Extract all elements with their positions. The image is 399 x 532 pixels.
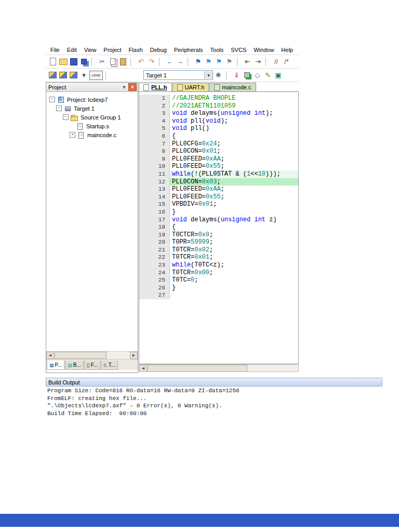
code-line[interactable]: 11while(!(PLL0STAT & (1<<10)));: [139, 170, 298, 178]
redo-icon[interactable]: ↷: [147, 57, 156, 66]
menu-project[interactable]: Project: [100, 46, 125, 54]
target-select[interactable]: Target 1▾: [143, 70, 213, 80]
project-tab[interactable]: ▦P...: [47, 361, 64, 370]
tree-item-source-group-1[interactable]: −Source Group 1: [46, 113, 138, 122]
code-line[interactable]: 7PLL0CFG=0x24;: [139, 140, 298, 148]
tab-maincode-c[interactable]: maincode.c: [209, 83, 256, 92]
rebuild-all-icon[interactable]: [69, 70, 78, 80]
chevron-down-icon[interactable]: ▾: [204, 71, 212, 79]
menu-file[interactable]: File: [47, 46, 63, 54]
tree-item-target-1[interactable]: −Target 1: [46, 104, 138, 113]
load-application-icon[interactable]: LOAD: [89, 71, 103, 80]
build-output-header[interactable]: Build Output: [46, 378, 382, 387]
templates-tab[interactable]: 0,T...: [101, 361, 118, 370]
comment-icon[interactable]: //: [271, 57, 281, 66]
indent-icon[interactable]: ⇥: [253, 57, 263, 66]
editor-hscrollbar[interactable]: ◀: [139, 364, 299, 372]
menu-flash[interactable]: Flash: [125, 46, 147, 54]
code-line[interactable]: 4void pll(void);: [139, 117, 298, 125]
pin-icon[interactable]: ▼: [121, 84, 128, 90]
menu-peripherals[interactable]: Peripherals: [170, 46, 207, 54]
code-editor[interactable]: 1//GAJENDRA BHOPLE2//2021AETN11010593voi…: [139, 91, 299, 364]
manage-rte-icon[interactable]: [242, 70, 252, 80]
code-line[interactable]: 25T0TC=0;: [139, 276, 298, 284]
code-line[interactable]: 20T0PR=59999;: [139, 238, 298, 246]
collapse-icon[interactable]: −: [63, 114, 69, 120]
code-line[interactable]: 16}: [139, 208, 298, 216]
code-line[interactable]: 5void pll(): [139, 125, 298, 132]
project-panel-hscrollbar[interactable]: ◀ ▶: [46, 351, 138, 359]
code-line[interactable]: 23while(T0TC<z);: [139, 261, 298, 269]
target-options-icon[interactable]: ✱: [214, 70, 223, 80]
menu-debug[interactable]: Debug: [147, 46, 170, 54]
tab-uart-h[interactable]: UART.h: [172, 83, 209, 92]
menu-help[interactable]: Help: [277, 46, 297, 54]
code-line[interactable]: 6{: [139, 132, 298, 140]
scroll-left-icon[interactable]: ◀: [139, 365, 147, 372]
code-line[interactable]: 8PLL0CON=0x01;: [139, 148, 298, 155]
menu-window[interactable]: Window: [250, 46, 277, 54]
manage-project-items-icon[interactable]: ◇: [252, 70, 262, 80]
scroll-left-icon[interactable]: ◀: [46, 352, 54, 359]
bookmark-next-icon[interactable]: ⚑: [214, 57, 224, 66]
menu-edit[interactable]: Edit: [63, 46, 81, 54]
code-line[interactable]: 9PLL0FEED=0xAA;: [139, 155, 298, 163]
collapse-icon[interactable]: −: [49, 97, 55, 102]
target-select-value: Target 1: [144, 72, 204, 78]
tree-item-project[interactable]: −Project: lcdexp7: [46, 95, 138, 104]
open-file-icon[interactable]: [58, 57, 68, 66]
code-line[interactable]: 19T0CTCR=0x0;: [139, 231, 298, 239]
scroll-right-icon[interactable]: ▶: [130, 352, 138, 359]
code-line[interactable]: 10PLL0FEED=0x55;: [139, 163, 298, 170]
paste-icon[interactable]: [118, 57, 128, 66]
code-line[interactable]: 3void delayms(unsigned int);: [139, 110, 298, 117]
code-line[interactable]: 2//2021AETN1101059: [139, 102, 298, 110]
code-line[interactable]: 24T0TCR=0x00;: [139, 269, 298, 277]
navigate-back-icon[interactable]: ←: [165, 57, 175, 66]
code-line[interactable]: 12PLL0CON=0x03;: [139, 178, 298, 186]
copy-icon[interactable]: [108, 57, 117, 66]
collapse-icon[interactable]: −: [56, 105, 62, 111]
scroll-thumb[interactable]: [55, 352, 107, 359]
build-target-icon[interactable]: [58, 70, 68, 80]
code-line[interactable]: 27: [139, 291, 298, 299]
code-line[interactable]: 1//GAJENDRA BHOPLE: [139, 95, 298, 102]
code-text: while(T0TC<z);: [170, 261, 298, 269]
tab-pll-h[interactable]: PLL.h: [139, 83, 172, 92]
undo-icon[interactable]: ↶: [136, 57, 146, 66]
save-all-icon[interactable]: [79, 57, 89, 66]
bookmark-clear-icon[interactable]: ⚑: [224, 57, 234, 66]
cut-icon[interactable]: ✂: [97, 57, 107, 66]
close-icon[interactable]: ×: [128, 83, 137, 91]
expand-icon[interactable]: +: [70, 132, 75, 138]
code-line[interactable]: 14PLL0FEED=0x55;: [139, 193, 298, 201]
outdent-icon[interactable]: ⇤: [243, 57, 252, 66]
code-line[interactable]: 22T0TCR=0x01;: [139, 254, 298, 261]
batch-build-dropdown-icon[interactable]: ▾: [79, 70, 89, 80]
code-line[interactable]: 15VPBDIV=0x01;: [139, 201, 298, 208]
books-tab[interactable]: ▤B...: [65, 361, 84, 370]
tab-label: P...: [55, 362, 62, 368]
code-line[interactable]: 26}: [139, 284, 298, 292]
code-line[interactable]: 18{: [139, 223, 298, 231]
edit-configuration-icon[interactable]: ✎: [263, 70, 273, 80]
code-line[interactable]: 21T0TCR=0x02;: [139, 246, 298, 254]
code-line[interactable]: 17void delayms(unsigned int z): [139, 216, 298, 224]
bookmark-prev-icon[interactable]: ⚑: [204, 57, 214, 66]
flash-download-icon[interactable]: ⇓: [232, 70, 242, 80]
save-icon[interactable]: [69, 57, 78, 66]
translate-file-icon[interactable]: [48, 70, 58, 80]
uncomment-icon[interactable]: /*: [282, 57, 291, 66]
bookmark-toggle-icon[interactable]: ⚑: [193, 57, 203, 66]
new-file-icon[interactable]: [48, 57, 58, 66]
code-line[interactable]: 13PLL0FEED=0xAA;: [139, 185, 298, 193]
scroll-thumb[interactable]: [148, 365, 247, 372]
menu-svcs[interactable]: SVCS: [227, 46, 250, 54]
pack-installer-icon[interactable]: ▣: [273, 70, 283, 80]
menu-view[interactable]: View: [81, 46, 100, 54]
menu-tools[interactable]: Tools: [207, 46, 228, 54]
navigate-forward-icon[interactable]: →: [175, 57, 185, 66]
tree-item-maincode-c[interactable]: +maincode.c: [46, 130, 138, 139]
tree-item-startup-s[interactable]: Startup.s: [46, 122, 138, 130]
functions-tab[interactable]: {}F...: [84, 361, 100, 370]
